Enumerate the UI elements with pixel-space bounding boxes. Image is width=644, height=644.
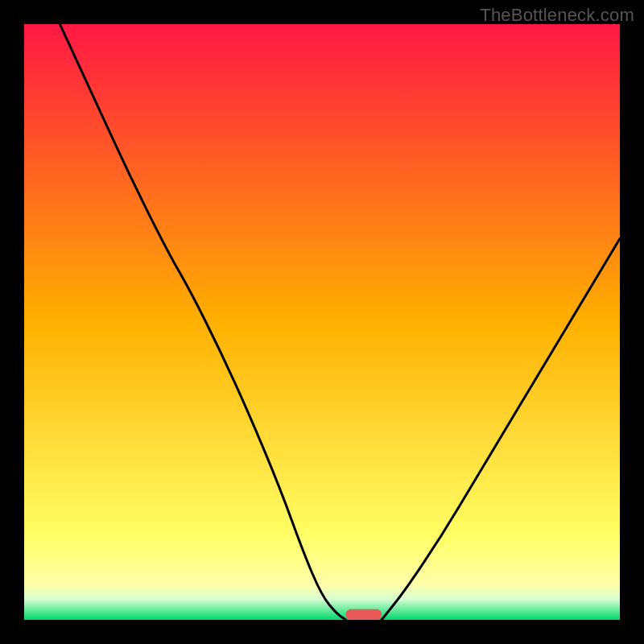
gradient-background [24, 24, 620, 620]
plot-area [24, 24, 620, 620]
watermark-text: TheBottleneck.com [480, 5, 634, 26]
optimal-marker [346, 609, 382, 620]
chart-frame: TheBottleneck.com [0, 0, 644, 644]
bottleneck-curve-chart [24, 24, 620, 620]
